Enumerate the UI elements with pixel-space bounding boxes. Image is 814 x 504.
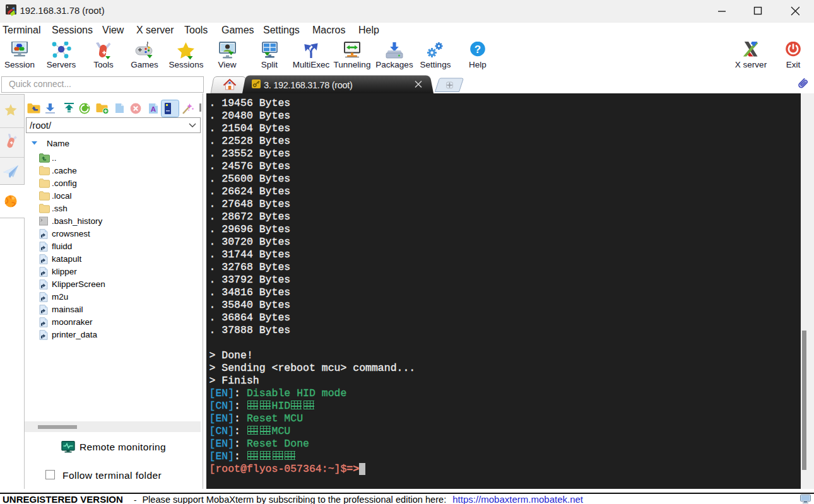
svg-text:?: ? — [475, 44, 481, 56]
svg-text:A: A — [151, 105, 156, 113]
svg-text:3. 192.168.31.78 (root): 3. 192.168.31.78 (root) — [264, 80, 352, 90]
